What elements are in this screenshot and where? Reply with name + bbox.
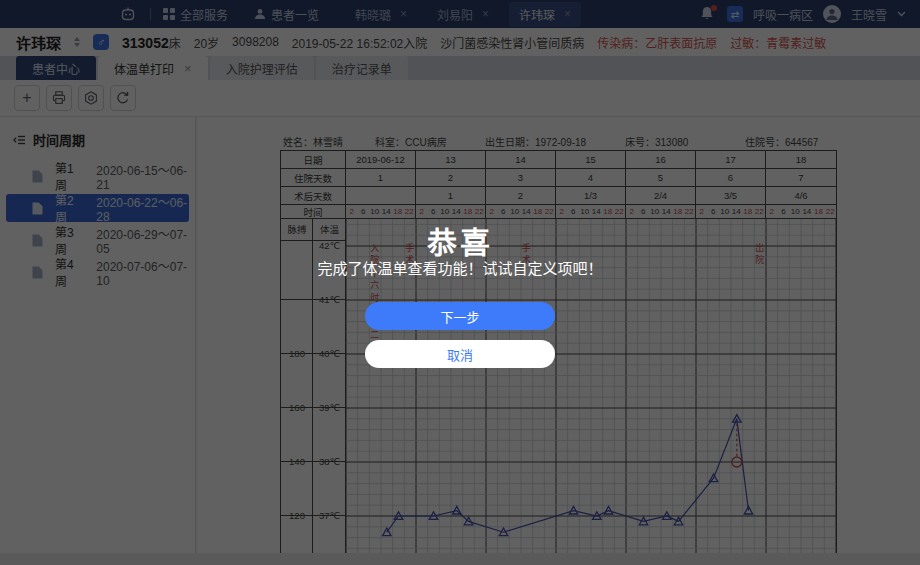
modal-title: 恭喜 bbox=[0, 218, 920, 262]
modal-subtitle: 完成了体温单查看功能！试试自定义项吧！ bbox=[0, 257, 920, 278]
cancel-button[interactable]: 取消 bbox=[365, 340, 555, 368]
modal-overlay[interactable] bbox=[0, 0, 920, 565]
next-step-button[interactable]: 下一步 bbox=[365, 302, 555, 330]
app-window: 全部服务 患者一览 韩晓璐×刘易阳×许玮琛× ⇄ 呼吸一病区 王晓雪 许玮琛 bbox=[0, 0, 920, 565]
